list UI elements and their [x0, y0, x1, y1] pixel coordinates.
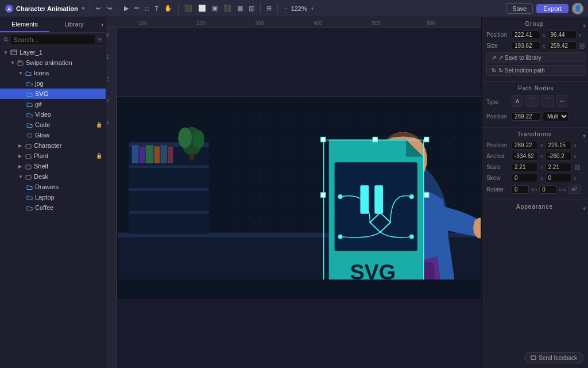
- svg-rect-13: [26, 144, 31, 148]
- select-tool[interactable]: ▶: [122, 3, 131, 13]
- tree-item-coffee[interactable]: Coffee: [0, 202, 106, 213]
- search-icon: [3, 37, 9, 43]
- search-input[interactable]: [11, 35, 95, 44]
- node-type-smooth[interactable]: ⌒: [525, 95, 539, 107]
- position-y-input[interactable]: [548, 30, 577, 39]
- tree-item-drawers[interactable]: Drawers: [0, 182, 106, 192]
- align-top-button[interactable]: ⬛: [221, 3, 234, 13]
- svg-line-73: [533, 359, 535, 360]
- canvas-workspace: SVG: [117, 28, 481, 368]
- tree-item-plant[interactable]: ▶ Plant 🔒: [0, 151, 106, 161]
- group-collapse-button[interactable]: ▾: [583, 22, 586, 29]
- distribute-button[interactable]: ▥: [246, 3, 257, 13]
- tree-item-gif[interactable]: gif: [0, 99, 106, 109]
- ruler-mark-300: 300: [255, 20, 264, 26]
- user-avatar[interactable]: 👤: [572, 3, 583, 14]
- sep1: [90, 3, 90, 14]
- node-type-symm[interactable]: ⌒: [541, 95, 554, 107]
- group-icon-plant: [25, 153, 32, 159]
- scale-label: Scale: [486, 164, 509, 170]
- scale-x-input[interactable]: [512, 163, 538, 171]
- anchor-y-input[interactable]: [546, 152, 572, 160]
- skew-x-label: x: [540, 175, 543, 181]
- vruler-mark-1: 0: [106, 32, 116, 38]
- node-type-sharp[interactable]: ∧: [512, 95, 523, 107]
- tab-elements[interactable]: Elements: [0, 17, 49, 32]
- node-pos-x-input[interactable]: [512, 112, 540, 121]
- node-types-group: ∧ ⌒ ⌒ ⌢: [512, 95, 567, 107]
- tree-label-code: Code: [35, 121, 50, 128]
- tree-label-jpg: jpg: [35, 80, 44, 87]
- svg-rect-16: [26, 175, 31, 179]
- rotate-cos-label: cos: [559, 187, 566, 192]
- tree-label-laptop: Laptop: [35, 194, 55, 201]
- tree-item-svg[interactable]: SVG: [0, 89, 106, 99]
- skew-x-input[interactable]: [512, 174, 538, 182]
- appearance-collapse-button[interactable]: ▾: [583, 205, 586, 212]
- sep3: [178, 3, 179, 14]
- rotate-input[interactable]: [512, 185, 529, 194]
- transforms-collapse-button[interactable]: ▾: [583, 133, 586, 139]
- scale-row: Scale x ⛓: [486, 163, 586, 171]
- save-to-library-button[interactable]: ↗ ↗ Save to library: [486, 52, 586, 63]
- panel-collapse-button[interactable]: ›: [99, 17, 106, 32]
- tree-item-layer1[interactable]: ▼ Layer_1: [0, 47, 106, 57]
- tree-item-laptop[interactable]: Laptop: [0, 192, 106, 202]
- transform-pos-x-input[interactable]: [512, 141, 538, 150]
- anchor-x-input[interactable]: [512, 152, 538, 160]
- skew-y-input[interactable]: [546, 174, 572, 182]
- transform-pos-y-input[interactable]: [546, 141, 572, 150]
- draw-tool[interactable]: ✏: [132, 3, 142, 13]
- position-x-input[interactable]: [512, 30, 540, 39]
- set-motion-path-button[interactable]: ↻ ↻ Set motion path: [486, 65, 586, 76]
- svg-rect-60: [321, 137, 326, 141]
- node-multi-select[interactable]: Multi Single: [543, 112, 569, 121]
- tree-item-icons[interactable]: ▼ Icons: [0, 68, 106, 78]
- canvas-with-ruler: 0 1 2 3 4: [106, 28, 481, 368]
- tree-item-shelf[interactable]: ▶ Shelf: [0, 161, 106, 171]
- ruler-mark-400: 400: [314, 20, 322, 26]
- shape-tool[interactable]: □: [143, 4, 152, 13]
- tree-label-coffee: Coffee: [35, 204, 53, 211]
- grid-toggle-button[interactable]: ⊞: [264, 3, 274, 13]
- right-panel: Group ▾ Position x x Size x ⛓ ↗: [481, 17, 588, 368]
- tree-item-video[interactable]: Video: [0, 109, 106, 120]
- tree-item-glow[interactable]: Glow: [0, 130, 106, 140]
- svg-rect-25: [132, 145, 139, 163]
- tree-item-character[interactable]: ▶ Character: [0, 140, 106, 151]
- align-middle-button[interactable]: ▦: [235, 3, 245, 13]
- zoom-level: 122%: [291, 5, 307, 12]
- export-button[interactable]: Export: [536, 4, 568, 13]
- align-center-button[interactable]: ⬜: [196, 3, 208, 13]
- rotate-cos-input[interactable]: [539, 185, 556, 194]
- zoom-out-button[interactable]: −: [281, 4, 289, 13]
- folder-icon-icons: [25, 70, 32, 76]
- scale-y-input[interactable]: [546, 163, 572, 171]
- node-type-auto[interactable]: ⌢: [556, 95, 567, 107]
- size-w-input[interactable]: [512, 41, 540, 50]
- tree-item-swipe[interactable]: ▼ Swipe animation: [0, 57, 106, 68]
- svg-marker-2: [82, 7, 85, 10]
- tree-label-character: Character: [34, 142, 61, 149]
- align-right-button[interactable]: ▣: [210, 3, 220, 13]
- tree-item-code[interactable]: Code 🔒: [0, 120, 106, 130]
- tree-item-jpg[interactable]: jpg: [0, 78, 106, 89]
- tab-library[interactable]: Library: [49, 17, 99, 32]
- hand-tool[interactable]: ✋: [162, 3, 175, 13]
- feedback-button[interactable]: Send feedback: [524, 352, 583, 363]
- tree-item-desk[interactable]: ▼ Desk: [0, 171, 106, 182]
- size-h-input[interactable]: [548, 41, 577, 50]
- redo-button[interactable]: ↪: [105, 3, 114, 13]
- align-left-button[interactable]: ⬛: [182, 3, 195, 13]
- svg-rect-62: [424, 137, 429, 141]
- canvas[interactable]: SVG: [117, 96, 481, 300]
- folder-icon-coffee: [26, 205, 33, 211]
- svg-rect-63: [321, 193, 326, 197]
- text-tool[interactable]: T: [152, 4, 161, 13]
- rotate-mode-button[interactable]: A°: [568, 185, 581, 194]
- zoom-in-button[interactable]: +: [308, 4, 316, 13]
- undo-button[interactable]: ↩: [94, 3, 103, 13]
- save-button[interactable]: Save: [506, 3, 533, 14]
- svg-rect-14: [26, 155, 31, 159]
- svg-rect-44: [474, 219, 480, 229]
